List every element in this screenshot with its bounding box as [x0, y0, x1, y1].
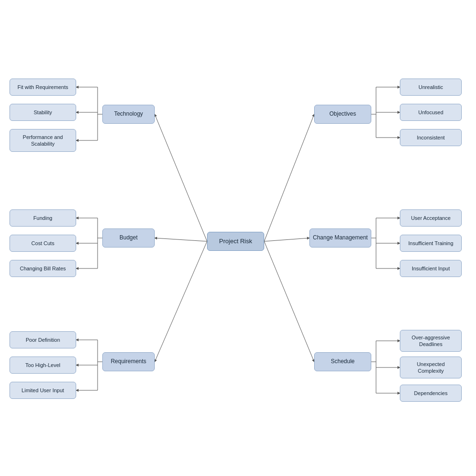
- node-budget: Budget: [102, 228, 155, 248]
- node-funding: Funding: [10, 209, 76, 227]
- node-unrealistic: Unrealistic: [400, 79, 462, 96]
- svg-line-18: [264, 114, 314, 241]
- node-poor-definition: Poor Definition: [10, 331, 76, 348]
- node-objectives: Objectives: [314, 105, 371, 124]
- node-schedule: Schedule: [314, 352, 371, 371]
- node-dependencies: Dependencies: [400, 385, 462, 402]
- node-cost-cuts: Cost Cuts: [10, 235, 76, 252]
- node-over-aggressive-deadlines: Over-aggressive Deadlines: [400, 330, 462, 352]
- node-project-risk: Project Risk: [207, 232, 264, 251]
- node-performance-and-scalability: Performance and Scalability: [10, 129, 76, 152]
- node-fit-with-requirements: Fit with Requirements: [10, 79, 76, 96]
- node-insufficient-training: Insufficient Training: [400, 235, 462, 252]
- svg-line-0: [155, 114, 207, 241]
- node-unexpected-complexity: Unexpected Complexity: [400, 357, 462, 378]
- node-inconsistent: Inconsistent: [400, 129, 462, 146]
- svg-line-12: [155, 241, 207, 362]
- node-user-acceptance: User Acceptance: [400, 209, 462, 227]
- diagram-container: Project RiskTechnologyFit with Requireme…: [0, 0, 476, 476]
- node-stability: Stability: [10, 104, 76, 121]
- svg-line-30: [264, 241, 314, 362]
- node-insufficient-input: Insufficient Input: [400, 260, 462, 277]
- svg-line-24: [264, 238, 309, 241]
- node-requirements: Requirements: [102, 352, 155, 371]
- node-unfocused: Unfocused: [400, 104, 462, 121]
- node-changing-bill-rates: Changing Bill Rates: [10, 260, 76, 277]
- node-change_mgmt: Change Management: [309, 228, 371, 248]
- svg-line-6: [155, 238, 207, 241]
- node-technology: Technology: [102, 105, 155, 124]
- node-limited-user-input: Limited User Input: [10, 382, 76, 399]
- node-too-high-level: Too High-Level: [10, 357, 76, 374]
